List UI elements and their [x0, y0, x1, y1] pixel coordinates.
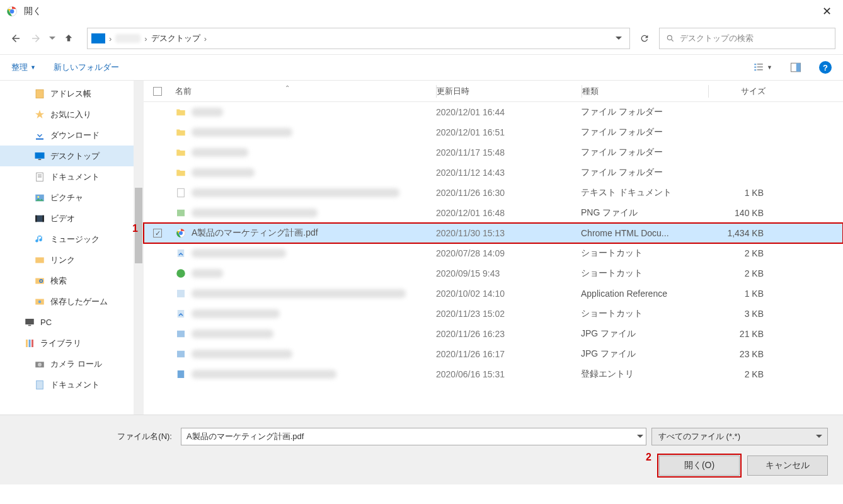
column-type[interactable]: 種類: [582, 86, 708, 97]
file-row[interactable]: 2020/11/17 15:48 ファイル フォルダー: [144, 142, 843, 163]
file-row[interactable]: 2020/11/26 16:17 JPG ファイル 23 KB: [144, 344, 843, 364]
sidebar-scrollbar[interactable]: [134, 81, 144, 415]
column-size[interactable]: サイズ: [709, 86, 784, 97]
help-button[interactable]: ?: [819, 61, 832, 74]
open-button[interactable]: 開く(O): [659, 455, 740, 476]
view-mode-button[interactable]: ▼: [753, 62, 772, 73]
sidebar-item[interactable]: 保存したゲーム: [0, 291, 144, 312]
svg-rect-4: [757, 64, 763, 65]
preview-pane-button[interactable]: [790, 62, 801, 73]
blurred-name: [192, 209, 318, 217]
sidebar-item[interactable]: ドキュメント: [0, 166, 144, 187]
sidebar-item[interactable]: ビデオ: [0, 208, 144, 229]
jpg-icon: [175, 328, 186, 340]
sidebar-item[interactable]: アドレス帳: [0, 83, 144, 104]
sidebar-item[interactable]: ピクチャ: [0, 187, 144, 208]
file-date: 2020/07/28 14:09: [436, 248, 581, 258]
chevron-down-icon: ▼: [30, 64, 36, 71]
sidebar-item[interactable]: PC: [0, 312, 144, 333]
chrome-icon: [6, 6, 18, 17]
app-icon: [175, 288, 186, 299]
sidebar-item[interactable]: お気に入り: [0, 104, 144, 125]
file-type: ショートカット: [581, 308, 707, 319]
sidebar-item-label: お気に入り: [50, 109, 91, 120]
video-icon: [34, 213, 45, 224]
pc-icon: [91, 33, 105, 43]
blurred-name: [192, 108, 223, 117]
file-type: 登録エントリ: [581, 369, 707, 380]
file-row[interactable]: 2020/11/12 14:43 ファイル フォルダー: [144, 163, 843, 183]
file-row[interactable]: 2020/11/23 15:02 ショートカット 3 KB: [144, 304, 843, 324]
cancel-button[interactable]: キャンセル: [747, 455, 828, 476]
file-row[interactable]: 2020/09/15 9:43 ショートカット 2 KB: [144, 263, 843, 284]
pc-icon: [24, 317, 35, 328]
refresh-button[interactable]: [634, 28, 655, 49]
filename-input[interactable]: A製品のマーケティング計画.pdf: [181, 428, 646, 445]
svg-rect-30: [26, 340, 28, 347]
txt-icon: [175, 187, 186, 198]
sidebar-item[interactable]: ドキュメント: [0, 374, 144, 395]
file-row[interactable]: 2020/12/01 16:48 PNG ファイル 140 KB: [144, 203, 843, 223]
file-row[interactable]: 2020/07/28 14:09 ショートカット 2 KB: [144, 243, 843, 263]
sidebar-item[interactable]: ダウンロード: [0, 125, 144, 146]
blurred-name: [192, 249, 286, 258]
breadcrumb-current[interactable]: デスクトップ: [151, 33, 200, 44]
search-input[interactable]: デスクトップの検索: [659, 28, 835, 49]
sidebar-item[interactable]: カメラ ロール: [0, 353, 144, 374]
row-checkbox[interactable]: ✓: [153, 229, 162, 238]
address-dropdown[interactable]: [612, 34, 626, 43]
file-row[interactable]: 2020/12/01 16:44 ファイル フォルダー: [144, 102, 843, 122]
organize-button[interactable]: 整理 ▼: [11, 62, 36, 73]
file-date: 2020/06/16 15:31: [436, 369, 581, 379]
svg-point-41: [176, 269, 185, 278]
file-type: ファイル フォルダー: [581, 147, 707, 158]
address-bar[interactable]: › › デスクトップ ›: [87, 28, 630, 49]
sidebar-item-label: ライブラリ: [40, 338, 81, 349]
svg-point-1: [10, 9, 14, 14]
file-size: 2 KB: [707, 248, 783, 258]
svg-point-34: [38, 362, 42, 366]
new-folder-button[interactable]: 新しいフォルダー: [54, 62, 119, 73]
svg-rect-8: [757, 69, 763, 71]
forward-button[interactable]: [28, 30, 44, 47]
up-button[interactable]: [60, 30, 77, 47]
recent-dropdown[interactable]: [48, 30, 57, 47]
file-date: 2020/11/12 14:43: [436, 168, 581, 178]
desktop-icon: [34, 151, 45, 162]
sidebar-item[interactable]: デスクトップ: [0, 146, 144, 166]
svg-rect-46: [178, 370, 185, 378]
blurred-name: [192, 168, 255, 177]
sidebar-item-label: カメラ ロール: [50, 358, 102, 370]
file-size: 2 KB: [707, 369, 783, 379]
blurred-name: [192, 289, 406, 298]
select-all-checkbox[interactable]: [153, 87, 162, 96]
file-date: 2020/10/02 14:10: [436, 289, 581, 299]
filename-dropdown[interactable]: [637, 432, 643, 442]
file-row[interactable]: 2020/06/16 15:31 登録エントリ 2 KB: [144, 364, 843, 384]
svg-rect-16: [38, 175, 42, 175]
sidebar-item[interactable]: ライブラリ: [0, 333, 144, 353]
file-type: Application Reference: [581, 289, 707, 299]
sidebar-item[interactable]: 検索: [0, 270, 144, 291]
sidebar-item[interactable]: リンク: [0, 249, 144, 270]
file-row[interactable]: ✓ A製品のマーケティング計画.pdf 2020/11/30 15:13 Chr…: [144, 223, 843, 243]
file-list-header: 名前⌃ 更新日時 種類 サイズ: [144, 81, 843, 102]
svg-point-2: [667, 35, 672, 40]
sidebar-item[interactable]: ミュージック: [0, 229, 144, 249]
close-button[interactable]: ✕: [817, 2, 837, 21]
file-type-filter[interactable]: すべてのファイル (*.*): [651, 428, 828, 445]
svg-rect-29: [28, 324, 32, 326]
music-icon: [34, 234, 45, 245]
svg-rect-14: [38, 159, 42, 160]
chevron-down-icon: [816, 432, 822, 442]
file-row[interactable]: 2020/10/02 14:10 Application Reference 1…: [144, 284, 843, 304]
sidebar-item-label: デスクトップ: [50, 151, 100, 162]
column-name[interactable]: 名前⌃: [171, 86, 436, 97]
back-button[interactable]: [8, 30, 24, 47]
file-row[interactable]: 2020/11/26 16:23 JPG ファイル 21 KB: [144, 324, 843, 344]
file-row[interactable]: 2020/12/01 16:51 ファイル フォルダー: [144, 122, 843, 142]
file-date: 2020/11/26 16:17: [436, 349, 581, 359]
file-row[interactable]: 2020/11/26 16:30 テキスト ドキュメント 1 KB: [144, 183, 843, 203]
column-date[interactable]: 更新日時: [437, 86, 582, 97]
file-size: 140 KB: [707, 208, 783, 218]
